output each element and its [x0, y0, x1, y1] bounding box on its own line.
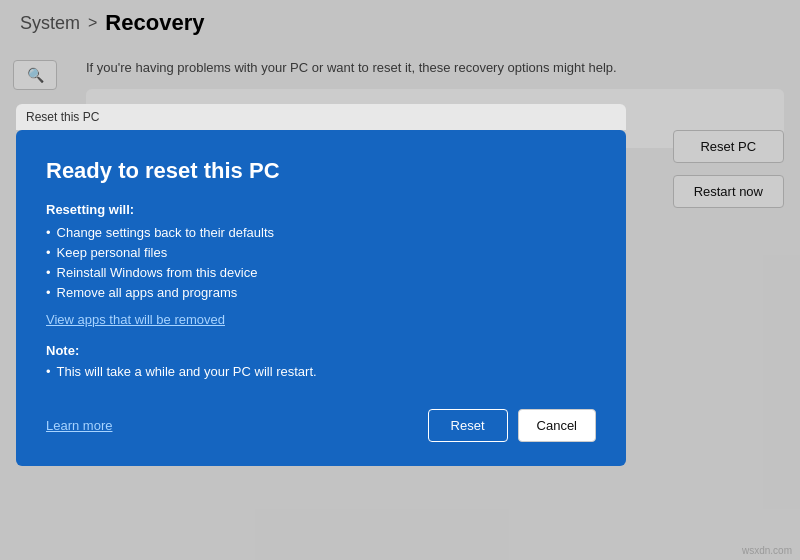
list-item: Change settings back to their defaults [46, 225, 596, 240]
note-label: Note: [46, 343, 596, 358]
list-item: Remove all apps and programs [46, 285, 596, 300]
modal-heading: Ready to reset this PC [46, 158, 596, 184]
resetting-will-list: Change settings back to their defaults K… [46, 225, 596, 300]
learn-more-link[interactable]: Learn more [46, 418, 112, 433]
cancel-button[interactable]: Cancel [518, 409, 596, 442]
reset-button[interactable]: Reset [428, 409, 508, 442]
note-list: This will take a while and your PC will … [46, 364, 596, 379]
modal-title-bar: Reset this PC [16, 104, 626, 130]
modal-footer: Learn more Reset Cancel [46, 409, 596, 442]
resetting-will-label: Resetting will: [46, 202, 596, 217]
modal-overlay: Reset this PC Ready to reset this PC Res… [0, 0, 800, 560]
reset-pc-modal: Reset this PC Ready to reset this PC Res… [16, 130, 626, 466]
list-item: Reinstall Windows from this device [46, 265, 596, 280]
list-item: Keep personal files [46, 245, 596, 260]
watermark: wsxdn.com [742, 545, 792, 556]
view-apps-link[interactable]: View apps that will be removed [46, 312, 225, 327]
note-list-item: This will take a while and your PC will … [46, 364, 596, 379]
modal-title-text: Reset this PC [26, 110, 99, 124]
footer-buttons: Reset Cancel [428, 409, 596, 442]
